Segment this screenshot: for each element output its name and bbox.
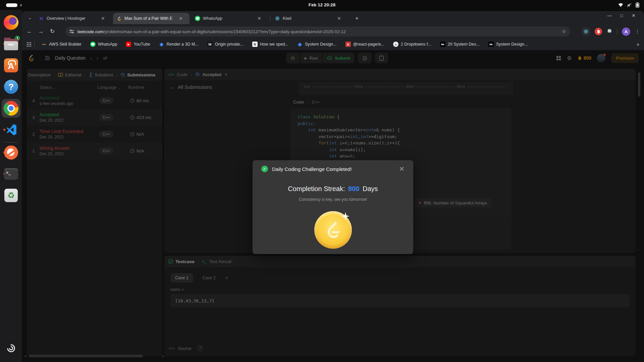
minimize-button[interactable]: —	[606, 13, 612, 18]
bookmark-item[interactable]: n @react-page/e...	[345, 42, 384, 47]
reload-button[interactable]: ↻	[47, 28, 58, 35]
bookmark-favicon: N	[252, 42, 258, 47]
bookmark-item[interactable]: Mk 20 System Des...	[440, 42, 480, 47]
browser-menu-icon[interactable]: ⋮	[635, 28, 640, 35]
files-icon: 1	[4, 40, 18, 50]
bookmark-item[interactable]: Mk System Design...	[488, 42, 528, 47]
software-store-icon: A	[4, 58, 18, 72]
firefox-icon	[4, 15, 18, 30]
files-badge: 1	[14, 35, 21, 42]
forward-button[interactable]: →	[35, 28, 47, 35]
modal-subtitle: Consistency is key, see you tomorrow!	[253, 197, 413, 202]
bookmark-item[interactable]: ☎ WhatsApp	[90, 42, 117, 47]
bookmark-label: AWS Skill Builder	[49, 42, 82, 47]
system-tray[interactable]	[618, 0, 639, 10]
close-window-button[interactable]: ✕	[631, 13, 637, 18]
chevron-down-icon: ⌄	[28, 15, 32, 20]
bookmark-label: WhatsApp	[98, 42, 117, 47]
react-devtools-icon[interactable]	[582, 27, 590, 36]
dock-trash[interactable]: ♻	[3, 187, 19, 204]
chrome-icon	[4, 101, 18, 116]
bookmark-favicon: Mk	[488, 42, 494, 47]
bookmark-label: Origin private...	[215, 42, 244, 47]
bookmark-item[interactable]: aws AWS Skill Builder	[41, 42, 82, 47]
dock-vscode[interactable]	[3, 121, 19, 138]
bookmarks-list: aws AWS Skill Builder ☎ WhatsApp ▶ YouTu…	[41, 42, 632, 47]
bookmark-label: System Design...	[496, 42, 528, 47]
url-text[interactable]: leetcode.com/problems/max-sum-of-a-pair-…	[77, 29, 558, 34]
bookmark-label: How we sped...	[260, 42, 288, 47]
extensions-row: A ⋮	[582, 26, 640, 37]
tab-title: WhatsApp	[203, 16, 253, 21]
react-favicon	[275, 16, 280, 21]
dock-terminal[interactable]: >_	[3, 166, 19, 182]
help-icon: ?	[4, 80, 18, 94]
dock-postman[interactable]	[3, 144, 19, 161]
trash-icon: ♻	[4, 189, 18, 202]
audio-muted-icon	[627, 3, 632, 7]
page-content: Daily Question ‹ › ⇄ ▶ Run Submit	[22, 50, 644, 362]
dock-help[interactable]: ?	[3, 78, 19, 95]
notification-pill	[6, 3, 17, 7]
maximize-button[interactable]: □	[619, 13, 625, 18]
browser-profile-avatar[interactable]: A	[622, 27, 630, 36]
browser-toolbar: ← → ↻ leetcode.com/problems/max-sum-of-a…	[22, 24, 644, 39]
back-button[interactable]: ←	[24, 28, 35, 35]
leetcode-coin-mark	[323, 220, 343, 240]
address-bar[interactable]: leetcode.com/problems/max-sum-of-a-pair-…	[65, 26, 570, 37]
new-tab-button[interactable]: +	[353, 14, 361, 23]
postman-icon	[4, 145, 18, 160]
bookmarks-overflow-chevron[interactable]: »	[637, 42, 639, 47]
close-tab-icon[interactable]: ✕	[101, 16, 105, 21]
dock-software-store[interactable]: A	[3, 57, 19, 74]
whatsapp-favicon: ☎	[195, 16, 200, 21]
dock-files[interactable]: 1	[3, 36, 19, 52]
bookmark-item[interactable]: ◆ System Design...	[297, 42, 336, 47]
bookmark-item[interactable]: N How we sped...	[252, 42, 288, 47]
bookmark-star-icon[interactable]: ☆	[562, 28, 566, 35]
bookmarks-bar: aws AWS Skill Builder ☎ WhatsApp ▶ YouTu…	[22, 39, 644, 50]
close-tab-icon[interactable]: ✕	[257, 16, 261, 21]
modal-title: Daily Coding Challenge Completed!	[272, 166, 352, 172]
tab-leetcode-active[interactable]: Max Sum of a Pair With E ✕	[113, 13, 190, 24]
tab-title: Max Sum of a Pair With E	[124, 16, 175, 21]
tab-hostinger[interactable]: H Overview | Hostinger ✕	[35, 13, 112, 24]
bookmark-favicon: ●	[393, 42, 398, 47]
system-clock[interactable]: Feb 12 20:28	[309, 0, 335, 10]
apps-grid-icon[interactable]	[26, 42, 32, 47]
bookmark-favicon: ◆	[297, 42, 303, 47]
vscode-icon	[4, 123, 18, 136]
close-tab-icon[interactable]: ✕	[179, 16, 183, 21]
system-top-bar: Feb 12 20:28	[0, 0, 644, 10]
streak-coin	[314, 211, 352, 249]
modal-close-icon[interactable]: ✕	[399, 165, 405, 173]
daily-challenge-modal: ✓ Daily Coding Challenge Completed! ✕ Co…	[253, 160, 413, 254]
dock-firefox[interactable]	[3, 14, 19, 31]
bookmark-item[interactable]: ▶ YouTube	[126, 42, 150, 47]
bookmark-item[interactable]: ● 2 Dropdowns f...	[393, 42, 431, 47]
bookmarks-separator	[34, 41, 35, 47]
terminal-icon: >_	[4, 168, 18, 180]
adblock-icon[interactable]	[595, 28, 602, 35]
bookmark-item[interactable]: ◆ Render a 3D M...	[159, 42, 199, 47]
tab-separator	[270, 15, 270, 21]
bookmark-favicon: M	[207, 42, 213, 47]
close-tab-icon[interactable]: ✕	[337, 16, 341, 21]
bookmark-favicon: ▶	[126, 42, 131, 47]
dock-chrome[interactable]	[3, 100, 19, 117]
bookmark-label: System Design...	[305, 42, 336, 47]
bookmark-favicon: aws	[41, 42, 47, 47]
tab-kiwii[interactable]: Kiwii ✕	[271, 13, 348, 24]
tab-search-button[interactable]: ⌄	[26, 14, 34, 22]
bookmark-item[interactable]: M Origin private...	[207, 42, 244, 47]
bookmark-label: @react-page/e...	[353, 42, 384, 47]
show-apps-icon	[6, 343, 16, 353]
dock-show-apps[interactable]	[3, 340, 19, 357]
toolbar-separator	[617, 28, 617, 35]
bookmark-favicon: Mk	[440, 42, 445, 47]
site-info-icon[interactable]	[69, 29, 74, 34]
running-dot	[3, 129, 5, 131]
extensions-puzzle-icon[interactable]	[607, 29, 612, 34]
tab-whatsapp[interactable]: ☎ WhatsApp ✕	[192, 13, 268, 24]
bookmark-label: 20 System Des...	[448, 42, 480, 47]
